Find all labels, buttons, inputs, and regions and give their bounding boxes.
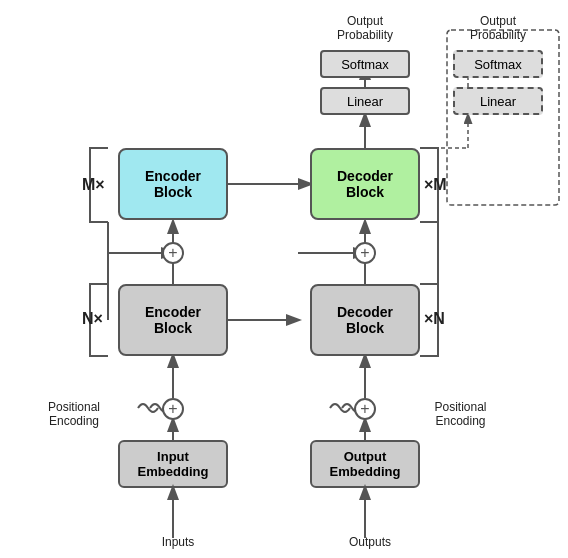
linear-box-dashed: Linear: [453, 87, 543, 115]
nx-left-label: N×: [82, 310, 103, 328]
encoder-block-bottom: Encoder Block: [118, 284, 228, 356]
output-embedding: Output Embedding: [310, 440, 420, 488]
transformer-diagram: Encoder Block Encoder Block Decoder Bloc…: [0, 0, 568, 558]
plus-circle-encoder-pos: +: [162, 398, 184, 420]
positional-encoding-left-label: Positional Encoding: [34, 400, 114, 428]
plus-circle-decoder-top: +: [354, 242, 376, 264]
encoder-block-top: Encoder Block: [118, 148, 228, 220]
xn-right-label: ×N: [424, 310, 445, 328]
decoder-block-bottom: Decoder Block: [310, 284, 420, 356]
input-arrow: [163, 488, 185, 540]
input-embedding: Input Embedding: [118, 440, 228, 488]
linear-box-main: Linear: [320, 87, 410, 115]
plus-circle-decoder-pos: +: [354, 398, 376, 420]
mx-left-label: M×: [82, 176, 105, 194]
diagram-arrows: [0, 0, 568, 558]
output-prob-dashed-label: Output Probability: [453, 14, 543, 42]
output-arrow: [355, 488, 377, 540]
positional-encoding-right-label: Positional Encoding: [418, 400, 503, 428]
plus-circle-encoder: +: [162, 242, 184, 264]
softmax-box-dashed: Softmax: [453, 50, 543, 78]
output-prob-main-label: Output Probability: [320, 14, 410, 42]
xm-right-label: ×M: [424, 176, 447, 194]
softmax-box-main: Softmax: [320, 50, 410, 78]
decoder-block-top: Decoder Block: [310, 148, 420, 220]
